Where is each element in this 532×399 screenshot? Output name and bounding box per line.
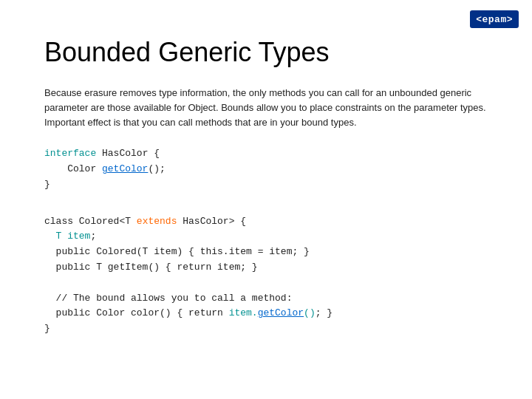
- main-content: Bounded Generic Types Because erasure re…: [0, 0, 532, 365]
- epam-logo: <epam>: [470, 10, 519, 28]
- description-text: Because erasure removes type information…: [44, 86, 488, 130]
- t-item-highlight: T item: [56, 231, 91, 242]
- getcolor-call: getColor: [258, 307, 304, 318]
- code-line-7: public T getItem() { return item; }: [44, 260, 488, 276]
- item-getcolor-highlight: item.getColor(): [229, 307, 316, 318]
- code-line-6: public Colored(T item) { this.item = ite…: [44, 245, 488, 260]
- code-line-3: }: [44, 177, 488, 193]
- code-line-4: class Colored<T extends HasColor> {: [44, 214, 488, 230]
- code-line-2: Color getColor();: [44, 162, 488, 177]
- code-line-9: }: [44, 321, 488, 337]
- code-line-1: interface HasColor {: [44, 146, 488, 162]
- class-section: class Colored<T extends HasColor> { T it…: [44, 214, 488, 337]
- interface-keyword: interface: [44, 148, 96, 159]
- logo-text: <epam>: [476, 14, 513, 25]
- code-line-5: T item;: [44, 229, 488, 245]
- interface-section: interface HasColor { Color getColor(); }: [44, 146, 488, 192]
- code-line-comment: // The bound allows you to call a method…: [44, 291, 488, 307]
- code-line-blank: [44, 276, 488, 291]
- code-block: interface HasColor { Color getColor(); }…: [44, 146, 488, 337]
- page-title: Bounded Generic Types: [44, 37, 488, 68]
- code-line-8: public Color color() { return item.getCo…: [44, 306, 488, 321]
- getcolor-method: getColor: [102, 163, 148, 174]
- extends-keyword: extends: [137, 216, 177, 227]
